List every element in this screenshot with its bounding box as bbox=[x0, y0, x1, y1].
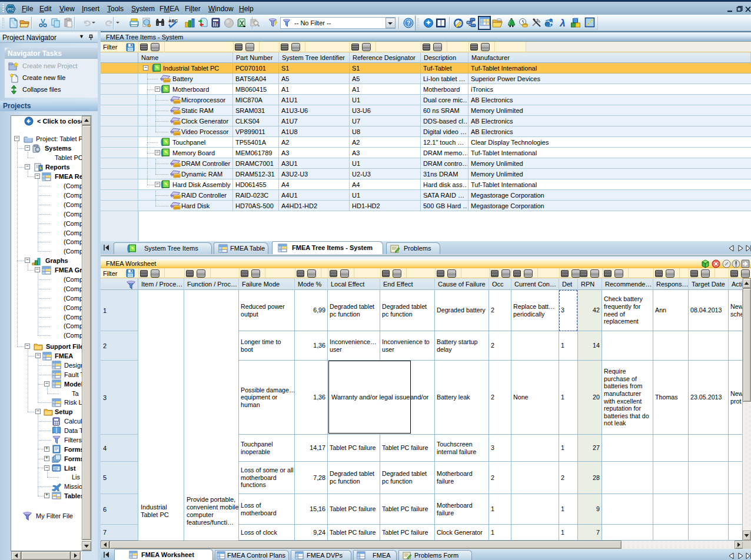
svg-text:PTC: PTC bbox=[8, 8, 14, 11]
svg-text:?: ? bbox=[407, 20, 410, 26]
svg-text:ABC: ABC bbox=[168, 18, 178, 24]
svg-text:λ: λ bbox=[559, 18, 565, 28]
